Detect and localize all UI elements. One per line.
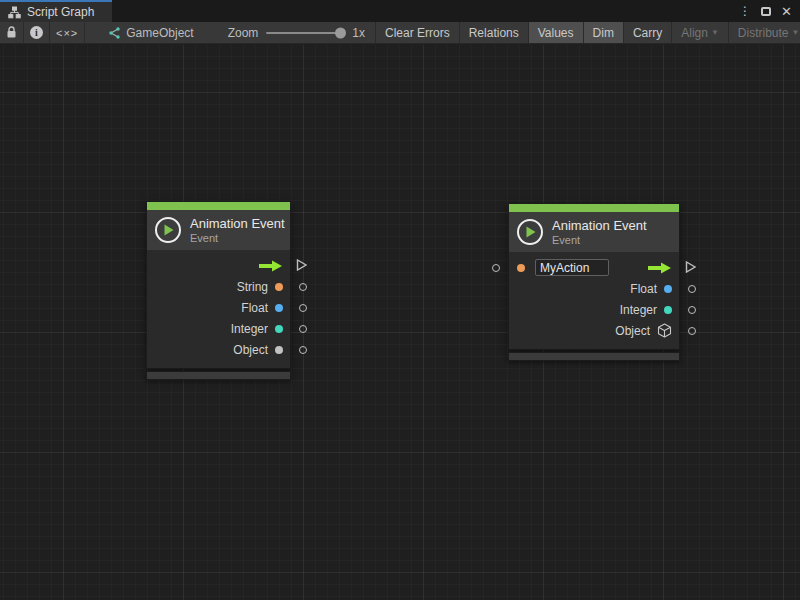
output-label: String: [237, 280, 268, 294]
graph-toolbar: i <×> GameObject Zoom 1x Clear Errors Re…: [0, 22, 800, 44]
output-label: Object: [615, 324, 650, 338]
node-footer: [508, 352, 680, 361]
output-row-object: Object: [509, 320, 679, 341]
integer-output-port[interactable]: [688, 306, 696, 314]
script-graph-icon: [107, 27, 121, 39]
node-body: Float Integer Object: [509, 252, 679, 349]
window-controls: ⋮ ✕: [739, 0, 800, 22]
code-icon: <×>: [56, 27, 78, 39]
animation-event-node-2[interactable]: Animation Event Event: [508, 203, 680, 361]
tab-script-graph[interactable]: Script Graph: [0, 0, 112, 22]
dim-button[interactable]: Dim: [584, 22, 624, 43]
zoom-control: Zoom 1x: [228, 22, 365, 43]
code-preview-button[interactable]: <×>: [50, 22, 85, 43]
titlebar-spacer: [112, 0, 739, 22]
output-label: Float: [630, 282, 657, 296]
object-output-port[interactable]: [688, 327, 696, 335]
clear-errors-button[interactable]: Clear Errors: [375, 22, 460, 43]
flow-arrow-icon: [259, 260, 283, 272]
event-play-icon: [517, 219, 543, 245]
integer-output-port[interactable]: [299, 325, 307, 333]
align-label: Align: [681, 26, 708, 40]
node-header[interactable]: Animation Event Event: [509, 212, 679, 252]
distribute-button[interactable]: Distribute ▼: [729, 22, 800, 43]
node-header[interactable]: Animation Event Event: [147, 210, 290, 250]
flow-output-row: [147, 255, 290, 276]
node-titles: Animation Event Event: [190, 216, 285, 244]
values-button[interactable]: Values: [529, 22, 584, 43]
string-type-dot: [517, 264, 525, 272]
flow-arrow-icon: [648, 262, 672, 274]
chevron-down-icon: ▼: [711, 28, 719, 37]
float-output-port[interactable]: [299, 304, 307, 312]
node-titles: Animation Event Event: [552, 218, 647, 246]
zoom-slider[interactable]: [266, 32, 344, 34]
output-row-object: Object: [147, 339, 290, 360]
float-type-dot: [275, 304, 283, 312]
close-icon[interactable]: ✕: [781, 5, 792, 18]
tab-title: Script Graph: [27, 5, 94, 19]
object-type-dot: [275, 346, 283, 354]
animation-event-node-1[interactable]: Animation Event Event String: [146, 201, 291, 380]
node-subtitle: Event: [552, 234, 647, 246]
object-output-port[interactable]: [299, 346, 307, 354]
graph-canvas[interactable]: Animation Event Event String: [0, 45, 800, 600]
string-type-dot: [275, 283, 283, 291]
graph-tree-icon: [8, 6, 21, 19]
relations-button[interactable]: Relations: [460, 22, 529, 43]
graph-target-label: GameObject: [126, 26, 193, 40]
carry-button[interactable]: Carry: [624, 22, 672, 43]
output-row-integer: Integer: [147, 318, 290, 339]
output-row-float: Float: [509, 278, 679, 299]
output-label: Float: [241, 301, 268, 315]
integer-type-dot: [664, 306, 672, 314]
node-color-bar: [147, 202, 290, 210]
event-name-field[interactable]: [535, 259, 609, 276]
output-label: Integer: [620, 303, 657, 317]
title-bar: Script Graph ⋮ ✕: [0, 0, 800, 22]
zoom-value: 1x: [352, 26, 365, 40]
output-row-string: String: [147, 276, 290, 297]
distribute-label: Distribute: [738, 26, 789, 40]
info-icon: i: [30, 26, 43, 39]
event-name-input-port[interactable]: [492, 264, 500, 272]
window-menu-icon[interactable]: ⋮: [739, 5, 751, 17]
node-body: String Float Integer Object: [147, 250, 290, 368]
chevron-down-icon: ▼: [792, 28, 800, 37]
node-main: Animation Event Event: [508, 203, 680, 350]
node-title: Animation Event: [190, 216, 285, 231]
flow-output-port[interactable]: [685, 259, 696, 277]
float-type-dot: [664, 285, 672, 293]
output-label: Integer: [231, 322, 268, 336]
zoom-slider-handle[interactable]: [335, 27, 346, 38]
node-title: Animation Event: [552, 218, 647, 233]
event-name-input-row: [509, 257, 679, 278]
object-cube-icon: [657, 323, 672, 338]
maximize-icon[interactable]: [761, 7, 771, 16]
lock-button[interactable]: [0, 22, 24, 43]
node-footer: [146, 371, 291, 380]
event-play-icon: [155, 217, 181, 243]
flow-output-port[interactable]: [296, 257, 307, 275]
zoom-label: Zoom: [228, 26, 259, 40]
lock-icon: [6, 26, 17, 39]
integer-type-dot: [275, 325, 283, 333]
inspect-button[interactable]: i: [24, 22, 50, 43]
output-row-float: Float: [147, 297, 290, 318]
graph-target: GameObject: [107, 22, 193, 43]
node-subtitle: Event: [190, 232, 285, 244]
string-output-port[interactable]: [299, 283, 307, 291]
float-output-port[interactable]: [688, 285, 696, 293]
output-row-integer: Integer: [509, 299, 679, 320]
align-button[interactable]: Align ▼: [672, 22, 729, 43]
node-color-bar: [509, 204, 679, 212]
output-label: Object: [233, 343, 268, 357]
node-main: Animation Event Event String: [146, 201, 291, 369]
